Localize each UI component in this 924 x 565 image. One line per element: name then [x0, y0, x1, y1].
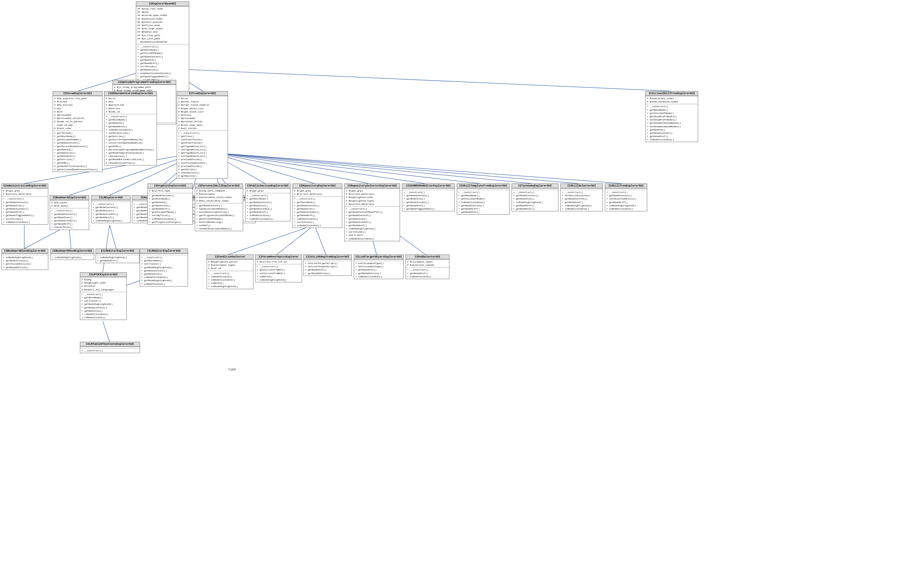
class-attributes: # $stay_with_command # $selectable # $se…: [195, 188, 243, 203]
class-header: IIVirtualSkillTreeExplorerGUI: [646, 91, 698, 96]
class-attributes: # $current_frm_ref_id: [255, 259, 302, 264]
class-IISkillTreeExplorerGUI: IISkillTreeExplorerGUI + __construct() +…: [605, 183, 647, 211]
class-IIForumExplorerGUI: IIForumExplorerGUI # $fp_explorer_frm_pa…: [53, 91, 102, 172]
svg-line-15: [219, 154, 369, 183]
class-methods: + __construct() + getNodeContent() + get…: [50, 208, 89, 229]
class-attributes: # $fp_explorer_frm_path # $thread # $fp_…: [53, 96, 102, 130]
class-IITaxonomyExplorerGUI: IITaxonomyExplorerGUI + __construct() + …: [512, 183, 558, 211]
class-methods: + __construct() + getNodeHref() + isNode…: [406, 267, 449, 279]
class-attributes: # $crit # $id # $parentLink # $entries #…: [105, 96, 157, 114]
class-methods: + __construct() + getRootNode() + getNod…: [245, 193, 290, 221]
class-methods: + __construct() + getNodeContent() + get…: [402, 190, 454, 211]
class-header: IISkillTreeExplorerGUI: [605, 184, 647, 188]
class-header: IIForumMoveTopicsExplorer: [255, 255, 302, 259]
svg-line-16: [222, 154, 425, 183]
class-attributes: # $current_type: [148, 188, 192, 193]
class-attributes: # $type_grps # $current_materials # $hig…: [345, 188, 400, 206]
svg-line-18: [225, 154, 531, 183]
class-header: IITreeExplorerGUI: [177, 91, 228, 96]
class-IIBookmarkBlockExplorerGUI: IIBookmarkBlockExplorerGUI + isNodeHighl…: [2, 249, 48, 270]
class-header: IILMTableOfContentsExplorerGUI: [80, 342, 140, 346]
class-attributes: # $type_grps # $current_materials: [293, 188, 342, 196]
class-methods: + __construct() + getRootNode() + setTra…: [80, 292, 126, 320]
class-header: IIAdministrationExplorerGUI: [2, 184, 48, 188]
class-methods: + __construct() + getCurrentFrmRef() + s…: [255, 264, 302, 282]
class-header: IIRepositorySelectorExplorerGUI: [345, 184, 400, 188]
class-IILMExplorerGUI: IILMExplorerGUI + __construct() + getNod…: [91, 195, 130, 223]
class-header: IIBookmarkExplorerGUI: [50, 196, 89, 200]
class-header: IIBookmarkMoveExplorerGUI: [51, 249, 94, 253]
class-IITreeExplorerGUI: IITreeExplorerGUI # $tree # $order_field…: [177, 91, 228, 179]
class-methods: + __construct() + getNodeContent() + get…: [92, 202, 130, 223]
class-methods: + isNodeHighlighted(): [51, 255, 94, 259]
class-IISCORM2004EditorExplorerGUI: IISCORM2004EditorExplorerGUI + __constru…: [402, 183, 455, 211]
class-header: IIPersonalSkillExplorerGUI: [195, 184, 243, 188]
class-header: IILinkTargetObjectExplorerGUI: [354, 255, 403, 259]
class-header: IIOrgUnitExplorerGUI: [148, 184, 192, 188]
class-methods: + __construct() + getNodeContent() + get…: [2, 196, 48, 224]
class-methods: + isNodeHighlighted() + getNodeVisible()…: [2, 255, 48, 270]
class-methods: + __construct() + getBaseNode() + getChi…: [646, 104, 698, 142]
class-header: IIPodSelectorGUI: [406, 255, 449, 259]
class-IISkillTemplateTreeExplorerGUI: IISkillTemplateTreeExplorerGUI + __const…: [457, 183, 510, 214]
class-IILMTOCExplorerGUI: IILMTOCExplorerGUI # $lang # $highlight_…: [80, 272, 127, 320]
class-header: IIBookmarkBlockExplorerGUI: [2, 249, 48, 253]
class-attributes: # $type_grps # $success_materials: [2, 188, 48, 196]
class-IIPodSelectorGUI: IIPodSelectorGUI # $clickable_types # $s…: [406, 255, 449, 279]
class-methods: + setLinkTargetScript() + setLinkTargetS…: [304, 261, 351, 276]
class-header: IIExplorerBaseGUI: [136, 2, 189, 6]
svg-line-19: [226, 154, 578, 183]
class-header: IIRepositoryExplorerGUI: [293, 184, 342, 188]
class-methods: + __construct() + setSkillSelected() + g…: [561, 190, 603, 211]
class-header: IIOpStudyProgrammeTreeExplorerGUI: [113, 80, 176, 85]
class-IIRepositorySelectorExplorerGUI: IIRepositorySelectorExplorerGUI # $type_…: [344, 183, 400, 241]
class-attributes: # $clickable_types # $selection_subcmd: [406, 259, 449, 267]
class-IISkillSelectorGUI: IISkillSelectorGUI + __construct() + set…: [561, 183, 603, 211]
class-IILMTableOfContentsExplorerGUI: IILMTableOfContentsExplorerGUI + __const…: [80, 342, 140, 353]
svg-line-17: [224, 154, 480, 183]
class-IIPersonalSkillExplorerGUI: IIPersonalSkillExplorerGUI # $stay_with_…: [195, 183, 243, 231]
svg-line-26: [103, 321, 110, 342]
class-methods: + getNodeContent() + getRootNode() + get…: [148, 193, 192, 224]
class-IIConditionSelector: IIConditionSelector # $highlighted_paren…: [207, 255, 254, 289]
class-methods: + isNodeHighlighted() + getNodeHref(): [96, 255, 139, 263]
class-methods: + __construct() + getRootNode() + setTra…: [140, 255, 188, 286]
class-IIPublicSectionExplorerGUI: IIPublicSectionExplorerGUI # $type_grps …: [245, 183, 290, 221]
class-IIRepositoryExplorerGUI: IIRepositoryExplorerGUI # $type_grps # $…: [292, 183, 342, 228]
class-attributes: # $highlighted_parent # $selectable_type…: [207, 259, 253, 271]
class-attributes: # $show_draft_nodes # $show_outdated_nod…: [646, 96, 698, 104]
class-header: IIIntLinkRepItemExplorerGUI: [304, 255, 351, 259]
class-methods: + __construct() + getTree() + setOrderFi…: [177, 130, 228, 178]
svg-line-20: [228, 154, 622, 183]
svg-line-4: [188, 70, 671, 91]
class-header: IIKSDocumentationExplorerGUI: [105, 91, 157, 96]
class-attributes: ## $skip_root_node ## $ajax ## $custom_o…: [136, 6, 189, 44]
class-header: IISkillSelectorGUI: [561, 184, 603, 188]
class-methods: + getNodeContent() + hasSelectableNodes(…: [195, 203, 243, 231]
class-methods: + __construct() + getRootNode() + getNod…: [293, 196, 342, 228]
type-label: type: [228, 367, 236, 371]
diagram-container: IIExplorerBaseGUI ## $skip_root_node ## …: [0, 0, 924, 565]
class-header: IIConditionSelector: [207, 255, 253, 259]
svg-line-28: [277, 225, 314, 255]
class-header: IIPublicSectionExplorerGUI: [245, 184, 290, 188]
class-methods: + setClickableType() + setClickableType(…: [354, 261, 403, 279]
class-header: IIForumExplorerGUI: [53, 91, 102, 96]
class-header: IILMTOCExplorerGUI: [80, 273, 126, 277]
class-header: IISCORM2004EditorExplorerGUI: [402, 184, 454, 188]
class-methods: + __construct() + isNodeVisible() + isNo…: [207, 271, 253, 289]
class-IIBookmarkMoveExplorerGUI: IIBookmarkMoveExplorerGUI + isNodeHighli…: [50, 249, 94, 260]
class-IIIntLinkRepItemExplorerGUI: IIIntLinkRepItemExplorerGUI + setLinkTar…: [303, 255, 352, 276]
class-IILinkTargetObjectExplorerGUI: IILinkTargetObjectExplorerGUI + setClick…: [354, 255, 404, 279]
class-IIAdministrationExplorerGUI: IIAdministrationExplorerGUI # $type_grps…: [2, 183, 48, 225]
class-methods: + __construct() + getNodeContent() + set…: [605, 190, 647, 211]
class-methods: + __construct(): [80, 348, 140, 353]
class-methods: + __construct() + getRootNode() + getNod…: [105, 114, 157, 165]
class-header: IISkillTemplateTreeExplorerGUI: [457, 184, 509, 188]
class-header: IILMExplorerGUI: [92, 196, 130, 200]
class-IIBookmarkExplorerGUI: IIBookmarkExplorerGUI # $fp_cache # $cnt…: [50, 195, 89, 230]
class-methods: + __construct() + getNodeContent() + get…: [512, 190, 558, 211]
class-header: IITaxonomyExplorerGUI: [512, 184, 558, 188]
class-methods: + getThread() + getRootNode() + getChild…: [53, 130, 102, 172]
class-IIVirtualSkillTreeExplorerGUI: IIVirtualSkillTreeExplorerGUI # $show_dr…: [645, 91, 698, 142]
